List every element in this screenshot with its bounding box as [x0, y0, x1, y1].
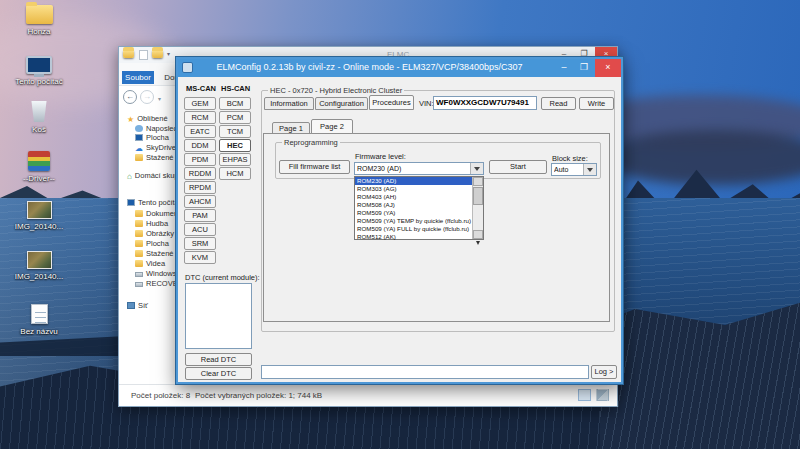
module-button-pam[interactable]: PAM [184, 209, 216, 222]
quick-access-folder-icon[interactable] [152, 50, 163, 58]
module-button-ahcm[interactable]: AHCM [184, 195, 216, 208]
sidebar-item-favorites[interactable]: ★Oblíbené [127, 114, 168, 124]
back-button[interactable]: ← [123, 90, 137, 104]
block-size-combobox[interactable]: Auto [551, 163, 597, 176]
dropdown-item[interactable]: ROM403 (AH) [355, 193, 472, 201]
tab-information[interactable]: Information [264, 97, 314, 110]
quick-access-file-icon[interactable] [139, 50, 148, 60]
module-button-ddm[interactable]: DDM [184, 139, 216, 152]
thumbnail-view-button[interactable] [596, 389, 609, 401]
module-button-ehpas[interactable]: EHPAS [219, 153, 251, 166]
desktop-icon-bez-nazvu[interactable]: Bez názvu [8, 304, 70, 336]
scrollbar-thumb[interactable] [473, 187, 483, 205]
desktop-icon-honza[interactable]: Honza [8, 5, 70, 36]
elmconfig-titlebar[interactable]: ELMConfig 0.2.13b by civil-zz - Online m… [178, 59, 621, 77]
hs-can-header: HS-CAN [221, 84, 250, 93]
sidebar-item-label: Dokumenty [146, 209, 175, 218]
history-dropdown-icon[interactable]: ▾ [158, 95, 161, 102]
desktop-icon-label: Honza [8, 27, 70, 36]
module-button-hec[interactable]: HEC [219, 139, 251, 152]
module-button-tcm[interactable]: TCM [219, 125, 251, 138]
desktop-icon-tento-pocitac[interactable]: Tento počítač [8, 56, 70, 86]
sidebar-item-desktop[interactable]: Plocha [135, 133, 169, 143]
firmware-level-combobox[interactable]: ROM230 (AD) [354, 162, 484, 175]
vin-field[interactable]: WF0WXXGCDW7U79491 [433, 96, 537, 110]
module-button-pdm[interactable]: PDM [184, 153, 216, 166]
desktop-icon-img2[interactable]: IMG_20140... [8, 251, 70, 281]
log-input[interactable] [261, 365, 589, 379]
dropdown-item[interactable]: ROM509 (YA) FULL by quickie (ffclub.ru) [355, 225, 472, 233]
module-button-rpdm[interactable]: RPDM [184, 181, 216, 194]
dropdown-scrollbar[interactable] [472, 177, 483, 239]
sidebar-item-documents[interactable]: Dokumenty [135, 209, 175, 219]
scroll-down-icon[interactable] [473, 230, 483, 239]
explorer-sidebar: ★Oblíbené Naposledy navštívené Plocha ☁S… [119, 111, 175, 387]
module-button-pcm[interactable]: PCM [219, 111, 251, 124]
module-button-eatc[interactable]: EATC [184, 125, 216, 138]
sidebar-item-homegroup[interactable]: ⌂Domácí skupina [127, 171, 175, 181]
dropdown-item[interactable]: ROM509 (YA) TEMP by quickie (ffclub.ru) [355, 217, 472, 225]
tab-configuration[interactable]: Configuration [315, 97, 368, 110]
forward-button[interactable]: → [140, 90, 154, 104]
folder-icon [26, 5, 53, 24]
start-button[interactable]: Start [489, 160, 547, 174]
read-button[interactable]: Read [541, 97, 576, 110]
module-button-rcm[interactable]: RCM [184, 111, 216, 124]
module-button-hcm[interactable]: HCM [219, 167, 251, 180]
close-button[interactable]: × [595, 59, 621, 77]
desktop-icon-driver[interactable]: --Driver-- [8, 151, 70, 183]
dropdown-item[interactable]: ROM303 (AG) [355, 185, 472, 193]
minimize-button[interactable]: – [554, 59, 574, 77]
elmconfig-window: ELMConfig 0.2.13b by civil-zz - Online m… [176, 57, 623, 384]
window-title: ELMConfig 0.2.13b by civil-zz - Online m… [178, 62, 561, 72]
clear-dtc-button[interactable]: Clear DTC [185, 367, 252, 380]
sidebar-item-videos[interactable]: Videa [135, 259, 165, 269]
log-button[interactable]: Log > [591, 365, 617, 379]
sidebar-item-desktop2[interactable]: Plocha [135, 239, 169, 249]
sidebar-item-pictures[interactable]: Obrázky [135, 229, 174, 239]
sidebar-item-this-pc[interactable]: Tento počítač [127, 198, 175, 208]
module-button-kvm[interactable]: KVM [184, 251, 216, 264]
dtc-listbox[interactable] [185, 283, 252, 349]
combo-dropdown-icon[interactable] [470, 163, 483, 174]
desktop-icon-img1[interactable]: IMG_20140... [8, 201, 70, 231]
scroll-up-icon[interactable] [473, 177, 483, 186]
desktop-icon-label: Tento počítač [15, 77, 63, 86]
write-button[interactable]: Write [579, 97, 614, 110]
sidebar-item-recovery-drive[interactable]: RECOVERY [135, 279, 175, 289]
folder-icon [135, 250, 143, 257]
sidebar-item-music[interactable]: Hudba [135, 219, 168, 229]
dropdown-item[interactable]: ROM512 (AK) [355, 233, 472, 241]
fill-firmware-list-button[interactable]: Fill firmware list [279, 160, 350, 174]
quick-access-folder-icon[interactable] [123, 50, 134, 58]
explorer-file-tab[interactable]: Soubor [122, 71, 154, 84]
details-view-button[interactable] [578, 389, 591, 401]
sidebar-item-downloads2[interactable]: Stažené [135, 249, 174, 259]
reprogramming-title: Reprogramming [282, 138, 340, 147]
dropdown-item[interactable]: ROM509 (YA) [355, 209, 472, 217]
dropdown-item[interactable]: ROM230 (AD) [355, 177, 472, 185]
sidebar-item-skydrive[interactable]: ☁SkyDrive [135, 143, 175, 153]
desktop-icon-kos[interactable]: Koš [8, 101, 70, 134]
module-button-acu[interactable]: ACU [184, 223, 216, 236]
quick-access-dropdown-icon[interactable]: ▾ [167, 50, 170, 57]
combo-dropdown-icon[interactable] [583, 164, 596, 175]
maximize-button[interactable]: ❐ [574, 59, 594, 77]
module-button-rddm[interactable]: RDDM [184, 167, 216, 180]
read-dtc-button[interactable]: Read DTC [185, 353, 252, 366]
recent-places-icon [135, 125, 143, 132]
dropdown-item[interactable]: ROM508 (AJ) [355, 201, 472, 209]
sidebar-item-label: Windows [146, 269, 175, 278]
desktop-icon-label: IMG_20140... [8, 272, 70, 281]
tab-page2[interactable]: Page 2 [311, 119, 353, 134]
module-button-srm[interactable]: SRM [184, 237, 216, 250]
sidebar-item-windows-drive[interactable]: Windows [135, 269, 175, 279]
module-button-bcm[interactable]: BCM [219, 97, 251, 110]
tab-procedures[interactable]: Procedures [369, 95, 414, 110]
sidebar-item-downloads[interactable]: Stažené [135, 153, 174, 163]
sidebar-item-label: Hudba [146, 219, 168, 228]
module-button-gem[interactable]: GEM [184, 97, 216, 110]
image-file-icon [27, 201, 52, 219]
sidebar-item-label: Plocha [146, 133, 169, 142]
sidebar-item-network[interactable]: Síť [127, 301, 148, 311]
